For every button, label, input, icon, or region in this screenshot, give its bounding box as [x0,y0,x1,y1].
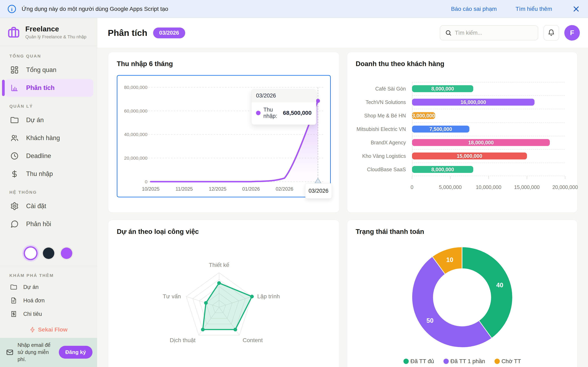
svg-text:Dịch thuật: Dịch thuật [170,337,195,343]
card-title: Doanh thu theo khách hàng [356,60,569,68]
card-payment-status: Trạng thái thanh toán 405010 Đã TT đủ Đã… [347,220,578,367]
sidebar-item[interactable]: Phản hồi [5,215,93,233]
bar-row: CloudBase SaaS 8,000,000 [356,163,569,176]
close-icon[interactable] [572,5,580,13]
learn-more-link[interactable]: Tìm hiểu thêm [516,6,552,12]
report-abuse-link[interactable]: Báo cáo sai phạm [451,6,497,12]
bar[interactable]: 3,000,000 [412,112,435,119]
folder-icon [10,284,17,291]
gear-icon [10,202,19,210]
sidebar-item[interactable]: Phân tích [5,79,93,97]
users-icon [10,134,19,142]
bar-value-label: 3,000,000 [412,113,435,119]
bar-value-label: 18,000,000 [468,140,494,146]
bar-category-label: Shop Mẹ & Bé HN [356,113,412,119]
sidebar-item[interactable]: Thu nhập [5,165,93,183]
sidebar-item[interactable]: Dự án [5,111,93,129]
bar-category-label: Kho Vàng Logistics [356,153,412,159]
sidebar-section-label: TỔNG QUAN [9,54,97,58]
legend-dot [403,359,409,364]
tooltip-series-label: Thu nhập: [263,107,278,119]
axis-cursor-label: 03/2026 [305,183,332,199]
search-icon [445,30,452,36]
job-type-radar-chart[interactable]: Thiết kếLập trìnhContentDịch thuậtTư vấn [117,235,331,366]
sidebar-item-label: Khách hàng [26,134,60,142]
sidebar-section-label: KHÁM PHÁ THÊM [9,273,97,278]
legend-label: Đã TT đủ [410,358,434,365]
sidebar-item-label: Tổng quan [26,66,56,74]
svg-text:12/2025: 12/2025 [209,186,226,192]
donut-slice[interactable] [462,247,513,338]
search-input[interactable] [455,30,533,36]
grid-icon [10,66,19,74]
income-line-chart[interactable]: 0 20,000,000 40,000,000 60,000,000 80,00… [117,75,331,197]
bar-row: Kho Vàng Logistics 15,000,000 [356,149,569,163]
bar[interactable]: 15,000,000 [412,152,527,159]
sidebar-item[interactable]: Khách hàng [5,129,93,147]
svg-text:80,000,000: 80,000,000 [124,85,148,90]
theme-swatches [0,243,97,266]
sidebar-item[interactable]: Chi tiêu [5,307,93,321]
bar[interactable]: 7,500,000 [412,125,469,133]
svg-text:Content: Content [242,337,263,343]
sidebar-item-label: Phản hồi [26,220,51,228]
sidebar-item-label: Deadline [26,152,51,160]
client-bar-chart[interactable]: Café Sài Gòn 8,000,000 TechVN Solutions … [356,82,569,194]
card-title: Trạng thái thanh toán [356,228,569,235]
bar[interactable]: 16,000,000 [412,99,535,106]
payment-donut-chart[interactable]: 405010 [356,235,569,352]
bell-icon [548,29,555,36]
sidebar-item[interactable]: Cài đặt [5,197,93,215]
tooltip-value: 68,500,000 [283,110,311,116]
sidebar-item[interactable]: Tổng quan [5,61,93,79]
bar-value-label: 8,000,000 [431,86,454,92]
app-name: Freelance [25,25,86,33]
bar-row: TechVN Solutions 16,000,000 [356,95,569,109]
sidebar-item-label: Cài đặt [26,202,46,210]
info-icon[interactable] [7,4,16,13]
legend-item: Đã TT đủ [403,358,434,365]
envelope-icon [6,349,13,356]
x-tick-label: 5,000,000 [439,184,462,190]
sidebar-item[interactable]: Hoá đơn [5,294,93,307]
bar[interactable]: 18,000,000 [412,139,550,146]
sekai-flow-link[interactable]: Sekai Flow [0,326,97,333]
bar-row: Café Sài Gòn 8,000,000 [356,82,569,95]
theme-swatch[interactable] [25,248,36,259]
avatar[interactable]: F [564,25,580,41]
banner-text: Ứng dụng này do một người dùng Google Ap… [22,6,168,12]
gas-warning-banner: Ứng dụng này do một người dùng Google Ap… [0,0,588,18]
notifications-button[interactable] [544,25,559,41]
bar-category-label: Mitsubishi Electric VN [356,126,412,132]
legend-item: Đã TT 1 phần [443,358,485,365]
svg-text:02/2026: 02/2026 [276,186,293,192]
svg-text:20,000,000: 20,000,000 [124,155,148,161]
sidebar: Freelance Quản lý Freelance & Thu nhập T… [0,18,97,367]
signup-button[interactable]: Đăng ký [59,346,93,359]
sidebar-section-label: HỆ THỐNG [9,190,97,195]
series-dot [256,111,260,115]
x-tick-label: 0 [411,184,414,190]
legend-dot [494,359,500,364]
bar-category-label: Café Sài Gòn [356,86,412,92]
x-tick-label: 10,000,000 [476,184,501,190]
receipt-icon [10,310,17,317]
bar-value-label: 7,500,000 [429,126,452,132]
card-revenue-by-client: Doanh thu theo khách hàng Café Sài Gòn 8… [347,52,578,213]
bar[interactable]: 8,000,000 [412,85,473,92]
theme-swatch[interactable] [61,248,72,259]
svg-text:11/2025: 11/2025 [176,186,193,192]
sidebar-item[interactable]: Dự án [5,280,93,294]
theme-swatch[interactable] [43,248,54,259]
page-header: Phân tích 03/2026 F [97,18,588,48]
legend-label: Chờ TT [502,358,521,365]
svg-text:10/2025: 10/2025 [142,186,159,192]
bar[interactable]: 8,000,000 [412,166,473,173]
bar-row: BrandX Agency 18,000,000 [356,136,569,149]
invoice-icon [10,297,17,304]
sidebar-item[interactable]: Deadline [5,147,93,165]
sidebar-discover: KHÁM PHÁ THÊMDự ánHoá đơnChi tiêu [0,266,97,321]
app-subtitle: Quản lý Freelance & Thu nhập [25,34,86,40]
sidebar-item-label: Chi tiêu [23,311,42,317]
page-title: Phân tích [108,28,147,38]
